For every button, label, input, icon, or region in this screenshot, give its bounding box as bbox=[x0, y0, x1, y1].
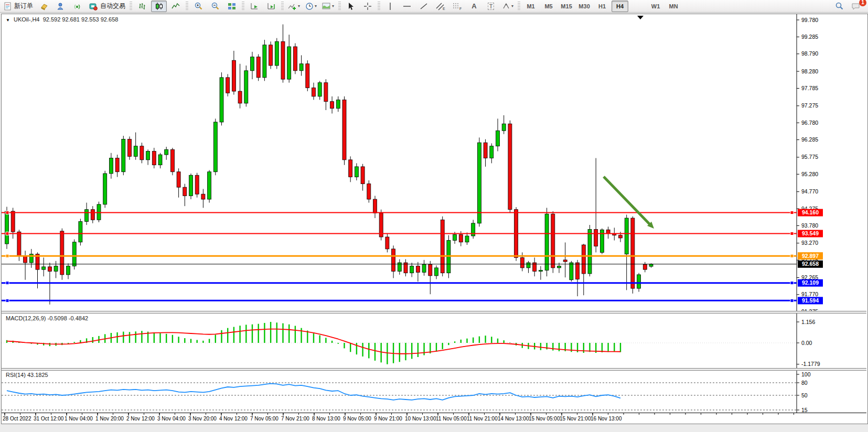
price-levels-layer: 94.16093.54992.89792.65892.10991.594 bbox=[2, 209, 823, 305]
autotrading-button[interactable]: 自动交易 bbox=[87, 1, 127, 12]
bear-candle bbox=[324, 83, 328, 102]
bear-candle bbox=[24, 256, 27, 263]
toolbar-grip bbox=[338, 2, 341, 11]
tile-windows-icon bbox=[228, 2, 236, 10]
candles-layer bbox=[5, 25, 653, 305]
level-handle[interactable] bbox=[790, 232, 794, 235]
notifications-button[interactable]: 1 bbox=[848, 1, 864, 12]
level-handle[interactable] bbox=[6, 254, 9, 257]
new-order-icon bbox=[4, 2, 12, 10]
rsi-pane[interactable]: RSI(14) 43.1825 100805015 bbox=[2, 371, 866, 413]
bear-candle bbox=[195, 175, 199, 194]
trendline-button[interactable] bbox=[416, 1, 432, 12]
zoom-in-icon bbox=[194, 2, 203, 10]
bear-candle bbox=[392, 249, 395, 272]
macd-pane[interactable]: MACD(12,26,9) -0.5098 -0.4842 1.1560.00-… bbox=[2, 314, 866, 368]
arrow-annotation[interactable] bbox=[604, 177, 654, 229]
bull-candle bbox=[299, 64, 303, 71]
bear-candle bbox=[269, 45, 273, 66]
bull-candle bbox=[109, 158, 113, 174]
bear-candle bbox=[416, 266, 420, 273]
price-tick-label: 96.780 bbox=[801, 120, 818, 126]
indicators-button[interactable]: ▾ bbox=[286, 1, 302, 12]
bull-candle bbox=[637, 275, 641, 288]
timeframe-m1-button[interactable]: M1 bbox=[522, 1, 539, 12]
bull-candle bbox=[54, 266, 58, 272]
level-handle[interactable] bbox=[6, 299, 9, 302]
bear-candle bbox=[563, 260, 567, 262]
main-chart-canvas[interactable]: 99.78099.28598.79098.28097.78597.27596.7… bbox=[2, 14, 866, 311]
timeframe-mn-button[interactable]: MN bbox=[665, 1, 682, 12]
bull-candle bbox=[122, 139, 125, 172]
cursor-button[interactable] bbox=[343, 1, 359, 12]
time-label: 11 Nov 21:00 bbox=[467, 416, 498, 422]
horizontal-line-icon bbox=[403, 2, 411, 10]
bull-candle bbox=[336, 100, 340, 108]
level-handle[interactable] bbox=[790, 299, 794, 302]
new-order-button[interactable]: 新订单 bbox=[2, 1, 35, 12]
level-handle[interactable] bbox=[790, 211, 794, 214]
equidistant-channel-button[interactable]: E bbox=[433, 1, 448, 12]
level-handle[interactable] bbox=[790, 282, 794, 285]
clock-icon bbox=[305, 2, 314, 10]
bear-candle bbox=[60, 231, 64, 275]
bull-candle bbox=[496, 131, 500, 146]
zoom-in-button[interactable] bbox=[190, 1, 206, 12]
timeframe-h1-button[interactable]: H1 bbox=[594, 1, 610, 12]
accounts-button[interactable] bbox=[53, 1, 69, 12]
search-button[interactable] bbox=[831, 1, 847, 12]
vertical-line-button[interactable] bbox=[382, 1, 398, 12]
bear-candle bbox=[606, 230, 610, 233]
time-label: 9 Nov 05:00 bbox=[343, 416, 371, 422]
bear-candle bbox=[256, 57, 260, 78]
time-label: 14 Nov 13:00 bbox=[498, 416, 529, 422]
timeframe-h4-button[interactable]: H4 bbox=[612, 1, 628, 12]
text-label-button[interactable]: T bbox=[483, 1, 499, 12]
signals-button[interactable] bbox=[70, 1, 85, 12]
chart-shift-marker-icon[interactable] bbox=[637, 16, 644, 19]
text-label-icon: T bbox=[488, 3, 495, 10]
bar-chart-button[interactable] bbox=[134, 1, 150, 12]
line-chart-button[interactable] bbox=[168, 1, 184, 12]
market-watch-button[interactable] bbox=[36, 1, 52, 12]
bear-candle bbox=[643, 264, 647, 269]
chart-menu-arrow-icon[interactable]: ▼ bbox=[6, 18, 10, 23]
candlestick-chart-button[interactable] bbox=[151, 1, 167, 12]
timeframe-m30-button[interactable]: M30 bbox=[576, 1, 593, 12]
bear-candle bbox=[11, 211, 15, 232]
main-chart-pane[interactable]: ▼ UKOil-,H4 92.592 92.681 92.553 92.658 … bbox=[2, 14, 866, 311]
level-handle[interactable] bbox=[6, 211, 9, 214]
time-axis[interactable]: 28 Oct 202231 Oct 12:001 Nov 04:001 Nov … bbox=[2, 413, 866, 423]
time-label: 2 Nov 12:00 bbox=[126, 416, 155, 422]
fibonacci-button[interactable]: F bbox=[449, 1, 465, 12]
timeframe-m5-button[interactable]: M5 bbox=[540, 1, 557, 12]
auto-scroll-button[interactable] bbox=[247, 1, 262, 12]
notification-badge: 1 bbox=[859, 0, 866, 6]
templates-button[interactable]: ▾ bbox=[320, 1, 336, 12]
level-handle[interactable] bbox=[6, 282, 9, 285]
level-handle[interactable] bbox=[6, 232, 9, 235]
text-tool-button[interactable]: A bbox=[466, 1, 482, 12]
time-label: 15 Nov 21:00 bbox=[560, 416, 591, 422]
price-tick-label: 97.275 bbox=[801, 102, 818, 109]
crosshair-button[interactable] bbox=[360, 1, 376, 12]
bull-candle bbox=[251, 57, 254, 71]
time-axis-ticks bbox=[5, 413, 794, 415]
arrow-objects-button[interactable]: ▾ bbox=[500, 1, 516, 12]
macd-tick-label: 0.00 bbox=[801, 340, 812, 346]
bull-candle bbox=[355, 167, 358, 177]
zoom-out-button[interactable] bbox=[207, 1, 223, 12]
bear-candle bbox=[373, 199, 377, 213]
timeframe-d1-button[interactable] bbox=[629, 1, 646, 12]
level-handle[interactable] bbox=[790, 254, 794, 257]
periods-button[interactable]: ▾ bbox=[303, 1, 319, 12]
timeframe-m15-button[interactable]: M15 bbox=[558, 1, 575, 12]
template-icon bbox=[322, 2, 331, 10]
horizontal-line-button[interactable] bbox=[399, 1, 415, 12]
chart-shift-button[interactable] bbox=[263, 1, 279, 12]
bear-candle bbox=[594, 230, 598, 246]
tile-windows-button[interactable] bbox=[224, 1, 240, 12]
account-person-icon bbox=[56, 2, 66, 10]
timeframe-w1-button[interactable]: W1 bbox=[647, 1, 664, 12]
bull-candle bbox=[588, 230, 592, 274]
